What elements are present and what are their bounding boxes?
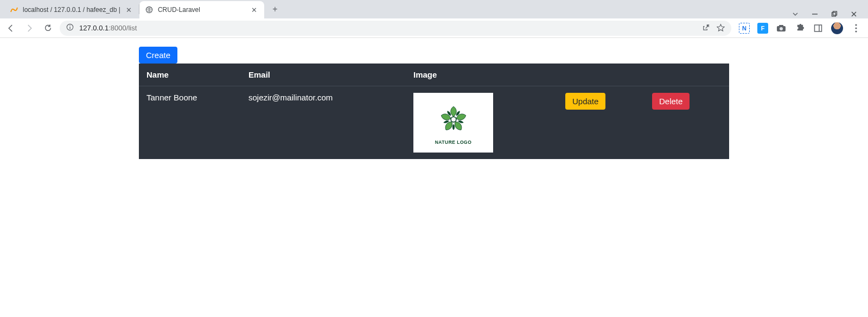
url-host: 127.0.0.1 [79, 24, 108, 32]
nature-logo-icon [435, 100, 473, 138]
reload-button[interactable] [41, 22, 54, 35]
maximize-icon[interactable] [830, 10, 839, 18]
page-body: Create Name Email Image T [0, 38, 868, 159]
svg-rect-3 [833, 11, 837, 15]
tab-title: CRUD-Laravel [158, 6, 246, 14]
extensions-puzzle-icon[interactable] [794, 23, 805, 34]
tab-strip: localhost / 127.0.0.1 / hafeez_db | ✕ CR… [0, 0, 868, 18]
extensions-bar: N F [737, 22, 864, 34]
cell-email: sojezir@mailinator.com [242, 86, 407, 160]
column-header-image: Image [407, 64, 559, 86]
svg-rect-8 [779, 25, 783, 27]
close-icon[interactable]: ✕ [250, 5, 259, 14]
delete-button[interactable]: Delete [652, 93, 690, 110]
cell-image: NATURE LOGO [407, 86, 559, 160]
chevron-down-icon[interactable] [791, 10, 800, 18]
url-path: /list [126, 24, 137, 32]
update-button[interactable]: Update [565, 93, 605, 110]
create-button[interactable]: Create [139, 47, 177, 64]
svg-point-15 [451, 117, 456, 122]
extension-f-icon[interactable]: F [757, 23, 768, 34]
table-header-row: Name Email Image [139, 64, 729, 86]
globe-icon [145, 5, 154, 14]
svg-rect-10 [815, 25, 822, 31]
column-header-name: Name [139, 64, 242, 86]
new-tab-button[interactable]: + [267, 2, 283, 17]
url-text: 127.0.0.1:8000/list [79, 24, 137, 32]
svg-point-9 [780, 27, 783, 30]
camera-icon[interactable] [776, 23, 787, 34]
back-button[interactable] [4, 22, 17, 35]
phpmyadmin-icon [10, 5, 18, 14]
window-controls [781, 10, 868, 18]
svg-point-14 [855, 30, 857, 32]
bookmark-icon[interactable] [717, 23, 725, 33]
tab-active[interactable]: CRUD-Laravel ✕ [139, 1, 264, 18]
svg-point-6 [69, 25, 71, 26]
tab-title: localhost / 127.0.0.1 / hafeez_db | [23, 6, 120, 14]
extension-nimbus-icon[interactable]: N [739, 23, 750, 34]
table-row: Tanner Boone sojezir@mailinator.com [139, 86, 729, 160]
svg-point-13 [855, 27, 857, 29]
svg-rect-2 [832, 12, 836, 16]
share-icon[interactable] [702, 23, 710, 33]
column-header-email: Email [242, 64, 407, 86]
close-icon[interactable]: ✕ [125, 5, 133, 14]
tab-inactive[interactable]: localhost / 127.0.0.1 / hafeez_db | ✕ [4, 1, 139, 18]
browser-chrome: localhost / 127.0.0.1 / hafeez_db | ✕ CR… [0, 0, 868, 38]
content-container: Create Name Email Image T [139, 47, 729, 159]
forward-button[interactable] [23, 22, 36, 35]
svg-point-12 [855, 24, 857, 26]
site-info-icon[interactable] [66, 23, 74, 33]
cell-name: Tanner Boone [139, 86, 242, 160]
avatar[interactable] [831, 22, 843, 34]
address-bar[interactable]: 127.0.0.1:8000/list [60, 21, 731, 36]
url-port: :8000 [108, 24, 126, 32]
browser-toolbar: 127.0.0.1:8000/list N F [0, 18, 868, 38]
kebab-menu-icon[interactable] [851, 23, 861, 34]
close-window-icon[interactable] [850, 10, 858, 18]
image-thumbnail: NATURE LOGO [413, 93, 493, 153]
image-caption: NATURE LOGO [435, 140, 472, 145]
side-panel-icon[interactable] [813, 23, 824, 34]
records-table: Name Email Image Tanner Boone sojezir@ma… [139, 64, 729, 159]
minimize-icon[interactable] [810, 10, 819, 18]
